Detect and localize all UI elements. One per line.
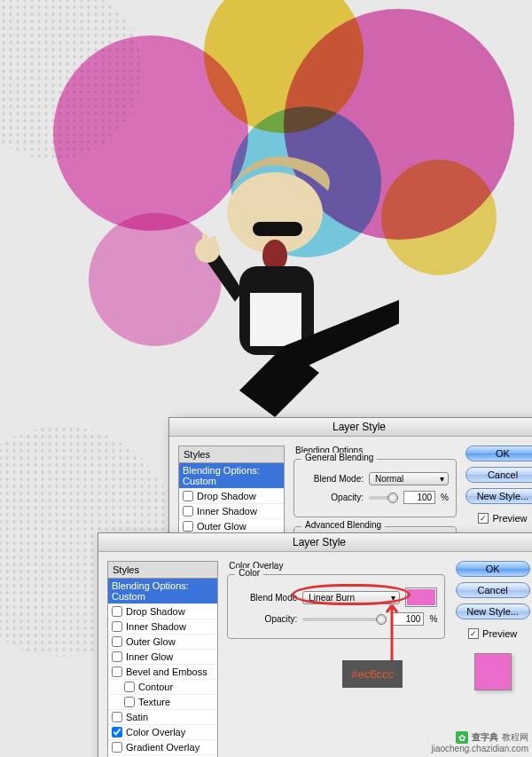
style-checkbox[interactable] (112, 651, 122, 662)
opacity-slider[interactable] (302, 618, 387, 621)
style-row[interactable]: Outer Glow (108, 635, 217, 650)
style-row[interactable]: Bevel and Emboss (108, 665, 217, 680)
new-style-button[interactable]: New Style... (466, 488, 532, 504)
style-row[interactable]: Inner Shadow (179, 504, 284, 519)
ok-button[interactable]: OK (466, 446, 532, 461)
svg-rect-1 (253, 222, 302, 236)
style-checkbox[interactable] (124, 682, 135, 692)
style-row-color-overlay[interactable]: Color Overlay (108, 725, 217, 740)
annotation-label: #ec6ccc (342, 660, 403, 688)
style-checkbox[interactable] (112, 727, 122, 737)
preview-checkbox[interactable]: ✓ (478, 513, 489, 524)
style-row-blending-options[interactable]: Blending Options: Custom (179, 463, 284, 489)
color-group: Color Blend Mode Linear Burn Opacity: 10… (227, 574, 445, 639)
style-row[interactable]: Inner Glow (108, 650, 217, 665)
svg-rect-7 (211, 236, 216, 250)
blend-mode-select[interactable]: Normal (369, 472, 449, 485)
general-blending-group: General Blending Blend Mode: Normal Opac… (293, 459, 457, 517)
style-row[interactable]: Satin (108, 710, 217, 725)
watermark: ✿查字典 教程网 jiaocheng.chazidian.com (431, 731, 528, 753)
styles-header: Styles (108, 562, 217, 579)
style-checkbox[interactable] (183, 506, 193, 516)
ok-button[interactable]: OK (456, 561, 530, 577)
style-row[interactable]: Drop Shadow (108, 604, 217, 619)
styles-header: Styles (179, 446, 284, 463)
style-checkbox[interactable] (183, 491, 193, 501)
artwork-canvas (0, 0, 532, 444)
svg-rect-6 (202, 234, 207, 250)
style-row[interactable]: Gradient Overlay (108, 740, 217, 755)
dialog-title: Layer Style (169, 418, 532, 437)
style-row-blending-options[interactable]: Blending Options: Custom (108, 579, 217, 604)
style-row[interactable]: Contour (108, 680, 217, 695)
style-row[interactable]: Drop Shadow (179, 489, 284, 504)
cancel-button[interactable]: Cancel (456, 582, 530, 598)
dialog-title: Layer Style (98, 533, 532, 552)
style-checkbox[interactable] (112, 742, 122, 753)
style-checkbox[interactable] (112, 666, 122, 677)
style-checkbox[interactable] (112, 712, 122, 722)
dialog-buttons: OK Cancel New Style... ✓Preview (454, 561, 531, 757)
opacity-input[interactable]: 100 (403, 491, 435, 504)
layer-style-dialog-front: Layer Style Styles Blending Options: Cus… (98, 532, 532, 757)
style-checkbox[interactable] (124, 697, 135, 707)
logo-icon: ✿ (456, 731, 468, 744)
cancel-button[interactable]: Cancel (466, 467, 532, 483)
styles-list-panel: Styles Blending Options: Custom Drop Sha… (107, 561, 218, 757)
color-swatch[interactable] (405, 587, 437, 607)
style-checkbox[interactable] (183, 521, 193, 532)
style-checkbox[interactable] (112, 621, 122, 632)
annotation-arrow-icon (379, 596, 406, 667)
svg-rect-4 (250, 293, 301, 346)
style-checkbox[interactable] (112, 606, 122, 617)
subject-photo (151, 151, 399, 435)
style-row[interactable]: Inner Shadow (108, 619, 217, 635)
options-main: Color Overlay Color Blend Mode Linear Bu… (227, 561, 445, 757)
preview-swatch (474, 653, 512, 690)
style-row[interactable]: Texture (108, 695, 217, 710)
new-style-button[interactable]: New Style... (456, 603, 530, 619)
preview-checkbox[interactable]: ✓ (468, 628, 479, 639)
opacity-slider[interactable] (369, 496, 398, 500)
style-checkbox[interactable] (112, 636, 122, 647)
